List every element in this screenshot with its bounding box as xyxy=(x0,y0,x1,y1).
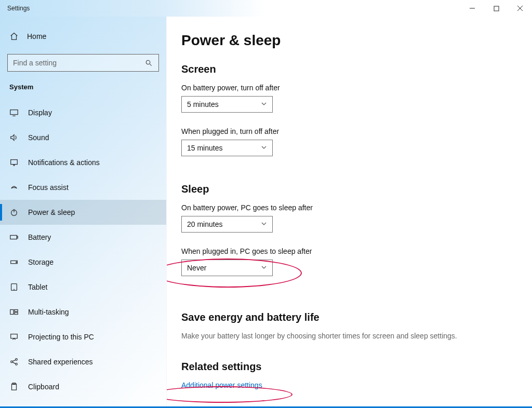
sidebar-item-tablet[interactable]: Tablet xyxy=(0,275,166,300)
multitasking-icon xyxy=(9,307,19,317)
svg-point-23 xyxy=(16,363,18,365)
sidebar-item-power-sleep[interactable]: Power & sleep xyxy=(0,200,166,225)
chevron-down-icon xyxy=(261,100,267,109)
battery-icon xyxy=(9,233,19,242)
screen-battery-value: 5 minutes xyxy=(187,100,219,108)
section-heading-sleep: Sleep xyxy=(181,183,511,195)
search-icon xyxy=(144,58,153,67)
additional-power-settings-link[interactable]: Additional power settings xyxy=(181,381,511,389)
sidebar-item-label: Tablet xyxy=(28,283,47,291)
svg-rect-11 xyxy=(10,235,17,239)
sidebar-item-label: Storage xyxy=(28,258,54,266)
sidebar-item-shared-experiences[interactable]: Shared experiences xyxy=(0,349,166,374)
svg-point-21 xyxy=(11,361,13,363)
shared-icon xyxy=(9,357,19,366)
section-heading-screen: Screen xyxy=(181,63,511,75)
projecting-icon xyxy=(9,332,19,342)
svg-rect-26 xyxy=(12,384,17,390)
chevron-down-icon xyxy=(261,143,267,153)
titlebar: Settings xyxy=(0,0,532,17)
svg-point-22 xyxy=(16,359,18,361)
sidebar-item-label: Display xyxy=(28,108,52,117)
sleep-battery-label: On battery power, PC goes to sleep after xyxy=(181,203,511,212)
svg-rect-8 xyxy=(11,160,18,165)
sidebar-item-label: Sound xyxy=(28,133,49,142)
sidebar-item-focus-assist[interactable]: Focus assist xyxy=(0,175,166,200)
svg-line-25 xyxy=(12,362,15,364)
search-placeholder: Find a setting xyxy=(13,59,57,67)
chevron-down-icon xyxy=(261,263,267,273)
close-button[interactable] xyxy=(508,0,532,17)
storage-icon xyxy=(9,257,19,267)
screen-battery-dropdown[interactable]: 5 minutes xyxy=(181,96,273,113)
sidebar-item-label: Projecting to this PC xyxy=(28,333,94,341)
home-icon xyxy=(9,32,19,41)
sidebar-item-clipboard[interactable]: Clipboard xyxy=(0,374,166,399)
window-controls xyxy=(460,0,532,17)
sleep-battery-dropdown[interactable]: 20 minutes xyxy=(181,216,273,233)
svg-line-24 xyxy=(12,360,15,361)
svg-rect-1 xyxy=(494,6,499,11)
svg-line-5 xyxy=(150,64,152,66)
svg-rect-19 xyxy=(15,312,18,315)
search-input[interactable]: Find a setting xyxy=(7,54,159,72)
screen-battery-label: On battery power, turn off after xyxy=(181,84,511,92)
svg-rect-20 xyxy=(11,334,18,338)
svg-rect-17 xyxy=(10,310,14,315)
window-title: Settings xyxy=(7,5,30,12)
sidebar-item-storage[interactable]: Storage xyxy=(0,250,166,275)
sidebar-item-label: Shared experiences xyxy=(28,358,93,366)
screen-plugged-label: When plugged in, turn off after xyxy=(181,127,511,135)
minimize-button[interactable] xyxy=(460,0,484,17)
svg-rect-18 xyxy=(15,310,18,312)
clipboard-icon xyxy=(9,382,19,391)
sidebar-item-label: Power & sleep xyxy=(28,208,75,216)
sleep-plugged-label: When plugged in, PC goes to sleep after xyxy=(181,247,511,255)
sidebar-item-label: Notifications & actions xyxy=(28,158,100,167)
sound-icon xyxy=(9,133,19,142)
sidebar-item-display[interactable]: Display xyxy=(0,100,166,125)
sidebar: Home Find a setting System Display Sound xyxy=(0,17,166,408)
sidebar-item-battery[interactable]: Battery xyxy=(0,225,166,250)
nav-list: Display Sound Notifications & actions Fo… xyxy=(0,100,166,399)
save-energy-description: Make your battery last longer by choosin… xyxy=(181,332,511,340)
sleep-battery-value: 20 minutes xyxy=(187,220,222,228)
screen-plugged-dropdown[interactable]: 15 minutes xyxy=(181,140,273,156)
sidebar-item-projecting[interactable]: Projecting to this PC xyxy=(0,324,166,349)
section-heading-save-energy: Save energy and battery life xyxy=(181,311,511,323)
notifications-icon xyxy=(9,158,19,167)
maximize-button[interactable] xyxy=(484,0,508,17)
chevron-down-icon xyxy=(261,220,267,229)
main-content: Power & sleep Screen On battery power, t… xyxy=(166,17,532,408)
display-icon xyxy=(9,108,19,117)
svg-rect-12 xyxy=(17,236,18,238)
sidebar-item-label: Multi-tasking xyxy=(28,308,69,316)
sidebar-section-label: System xyxy=(0,83,166,91)
focus-assist-icon xyxy=(9,183,19,192)
sidebar-item-notifications[interactable]: Notifications & actions xyxy=(0,150,166,175)
sidebar-item-label: Clipboard xyxy=(28,383,59,391)
screen-plugged-value: 15 minutes xyxy=(187,144,222,152)
sidebar-item-label: Focus assist xyxy=(28,183,69,192)
nav-home[interactable]: Home xyxy=(0,26,166,47)
svg-point-14 xyxy=(16,262,17,263)
tablet-icon xyxy=(9,282,19,292)
section-heading-related: Related settings xyxy=(181,361,511,373)
page-title: Power & sleep xyxy=(181,32,511,49)
svg-point-4 xyxy=(146,60,150,64)
power-icon xyxy=(9,208,19,217)
nav-home-label: Home xyxy=(27,32,46,40)
sidebar-item-multitasking[interactable]: Multi-tasking xyxy=(0,300,166,324)
sidebar-item-sound[interactable]: Sound xyxy=(0,125,166,150)
sleep-plugged-value: Never xyxy=(187,264,206,272)
sidebar-item-label: Battery xyxy=(28,233,51,241)
svg-rect-6 xyxy=(10,110,18,115)
sleep-plugged-dropdown[interactable]: Never xyxy=(181,260,273,276)
